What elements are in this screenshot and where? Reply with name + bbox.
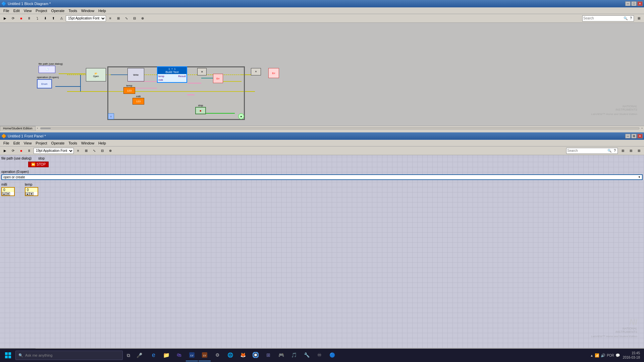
fp-search-input[interactable] [567,149,607,153]
bd-palette-btn[interactable]: ⊞ [635,15,643,22]
fp-menu-view[interactable]: View [22,140,34,146]
fp-align-btn[interactable]: ≡ [74,147,82,154]
bd-maximize-btn[interactable]: □ [631,1,637,6]
fp-milli-arrows[interactable]: ▲ ▼ [2,192,14,195]
task-view-btn[interactable]: ⧉ [123,350,133,360]
bd-scrollbar[interactable] [40,127,639,129]
bd-pause-btn[interactable]: ⏸ [25,15,33,22]
fp-win-controls[interactable]: ─ ⧉ ✕ [625,134,643,138]
bd-win-controls[interactable]: ─ □ ✕ [625,1,643,6]
fp-menu-edit[interactable]: Edit [11,140,22,146]
tray-arrow[interactable]: ▲ [590,354,593,357]
fp-temp-arrows[interactable]: ▲ ▼ [25,192,38,195]
bd-tab-arrow[interactable]: › [36,126,40,131]
bd-menu-help[interactable]: Help [96,8,108,13]
error-out-box[interactable]: ✕ [251,68,261,75]
tray-network-icon[interactable]: 📶 [595,353,599,358]
milli-indicator-node[interactable]: milli 123 [132,95,144,105]
file-path-box[interactable]: 📄 [39,66,55,73]
bd-menu-view[interactable]: View [22,8,34,13]
temp-box[interactable]: 123 [123,87,135,94]
fp-temp-up-arrow[interactable]: ▲ [25,192,30,195]
taskbar-music-icon[interactable]: 🎵 [288,349,300,361]
build-text-box[interactable]: 1+1 Build Text temp milli Result [157,66,187,83]
fp-menu-operate[interactable]: Operate [49,140,67,146]
file-path-node[interactable]: file path (use dialog) 📄 [39,62,63,73]
fp-extra-btn[interactable]: ⊕ [107,147,114,154]
fp-palette-btn3[interactable]: ⊞ [635,147,643,154]
bd-resize-btn[interactable]: ⤡ [123,15,130,22]
fp-dist-btn[interactable]: ⊞ [83,147,90,154]
error-cluster-box[interactable]: Err [268,68,279,78]
fp-milli-down-arrow[interactable]: ▼ [6,192,10,195]
fp-restore-btn[interactable]: ⧉ [631,134,637,138]
fp-menu-window[interactable]: Window [79,140,96,146]
stop-box[interactable]: ■ [195,107,206,114]
taskbar-web-icon[interactable]: 🌐 [224,349,236,361]
fp-run-cont-btn[interactable]: ⟳ [9,147,17,154]
fp-temp-value[interactable]: 0 [25,188,38,192]
fp-milli-up-arrow[interactable]: ▲ [2,192,6,195]
bd-run-cont-btn[interactable]: ⟳ [9,15,17,22]
fp-resize-btn[interactable]: ⤡ [91,147,98,154]
milli-box[interactable]: 123 [132,98,144,105]
tray-lang[interactable]: POR [607,354,614,357]
fp-temp-down-arrow[interactable]: ▼ [30,192,34,195]
operation-node[interactable]: operation (0:open) Enum [37,76,59,88]
open-file-box[interactable]: 📂 Open [86,68,106,81]
microphone-btn[interactable]: 🎤 [134,350,144,360]
write-node[interactable]: Write [127,68,144,81]
bd-search-input[interactable] [583,16,623,20]
fp-reorder-btn[interactable]: ⊟ [99,147,106,154]
bd-scrollbar-thumb[interactable] [41,128,51,129]
bd-step-out-btn[interactable]: ⬆ [50,15,57,22]
error-inner-box[interactable]: Err [213,74,223,83]
build-text-node[interactable]: 1+1 Build Text temp milli Result [157,66,187,83]
bd-tab-home[interactable]: Home/Student Edition [0,126,36,131]
fp-operation-dropdown[interactable]: open or create ▼ [1,174,643,180]
stop-node[interactable]: stop ■ [195,104,206,114]
start-button[interactable] [1,349,15,362]
taskbar-labview-fp-icon[interactable]: LV [199,349,211,361]
fp-search-box[interactable]: 🔍 ? [566,148,618,154]
bd-run-btn[interactable]: ▶ [1,15,9,22]
bd-menu-project[interactable]: Project [34,8,49,13]
bd-abort-btn[interactable]: ■ [17,15,25,22]
fp-stop-button[interactable]: ⏩ STOP [28,162,49,167]
taskbar-store-icon[interactable]: 🛍 [173,349,185,361]
taskbar-search-box[interactable]: 🔍 Ask me anything [15,351,123,360]
fp-pause-btn[interactable]: ⏸ [25,147,33,154]
error-out-node[interactable]: ✕ [251,68,261,75]
bd-menu-window[interactable]: Window [79,8,96,13]
error-node-inner[interactable]: Err [213,74,223,83]
fp-palette-btn2[interactable]: ⊞ [627,147,635,154]
bd-menu-operate[interactable]: Operate [49,8,67,13]
taskbar-game-icon[interactable]: 🎮 [275,349,287,361]
taskbar-tiles-icon[interactable]: ⊞ [262,349,274,361]
taskbar-tool-icon[interactable]: 🔧 [301,349,313,361]
bd-menu-edit[interactable]: Edit [11,8,22,13]
taskbar-firefox-icon[interactable]: 🦊 [237,349,249,361]
close-file-box[interactable]: ✕ [197,68,207,75]
tray-sound-icon[interactable]: 🔊 [601,353,605,358]
fp-menu-project[interactable]: Project [34,140,49,146]
taskbar-settings-icon[interactable]: ⚙ [211,349,223,361]
bd-step-into-btn[interactable]: ⬇ [42,15,49,22]
bd-step-over-btn[interactable]: ⤵ [34,15,41,22]
taskbar-labview-bd-icon[interactable]: LV [186,349,198,361]
bd-reorder-btn[interactable]: ⊟ [131,15,138,22]
taskbar-infinity-icon[interactable]: ♾ [313,349,325,361]
fp-palette-btn[interactable]: ⊞ [619,147,627,154]
operation-box[interactable]: Enum [37,79,52,88]
fp-menu-file[interactable]: File [1,140,11,146]
taskbar-circle-icon[interactable]: 🔵 [326,349,338,361]
open-file-node[interactable]: 📂 Open [86,68,106,81]
bd-close-btn[interactable]: ✕ [637,1,643,6]
bd-minimize-btn[interactable]: ─ [625,1,631,6]
fp-abort-btn[interactable]: ■ [17,147,25,154]
fp-milli-value[interactable]: 0 [2,188,14,192]
fp-font-selector[interactable]: 19pt Application Font [34,148,74,154]
system-clock[interactable]: 15:45 2016-03-18 [623,351,640,360]
bd-search-icon[interactable]: 🔍 [623,16,628,21]
taskbar-ie-icon[interactable]: e [148,349,160,361]
